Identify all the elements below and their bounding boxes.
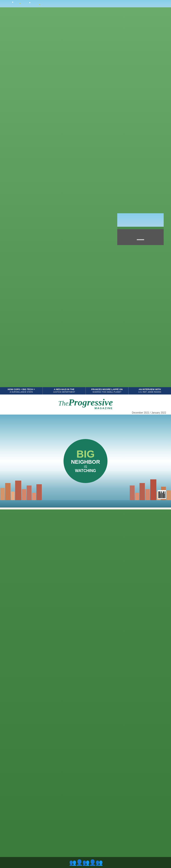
article-guatemala-image-col: 👥👤👥👤👥 — [117, 172, 164, 203]
neighbor-text: NEIGHBOR — [71, 459, 100, 465]
watching-text: WATCHING — [75, 469, 96, 473]
magazine-cover: HOW COPS + BIG TECH = A SURVEILLANCE STA… — [0, 387, 171, 509]
cover-banner-2: A NEO-NAZI IN THE JUSTICE DEPARTMENT — [43, 387, 86, 395]
cover-banner-4: AN INTERVIEW WITH U.S. REP. JAIME RASKIN — [129, 387, 171, 395]
cover-logo: The Progressive MAGAZINE — [5, 397, 166, 410]
is-text: IS — [84, 465, 87, 469]
email-container: The Progressive MAGAZINE A voice for pea… — [0, 0, 171, 550]
big-text: BIG — [76, 449, 95, 459]
climate-image: CLIMATE ACTION — [117, 213, 164, 245]
magazine-cover-section: HOW COPS + BIG TECH = A SURVEILLANCE STA… — [0, 387, 171, 510]
cover-logo-area: The Progressive MAGAZINE — [0, 395, 171, 411]
cover-banner-1: HOW COPS + BIG TECH = A SURVEILLANCE STA… — [0, 387, 43, 395]
guatemala-image: 👥👤👥👤👥 — [117, 172, 164, 203]
barcode — [158, 490, 166, 499]
cover-date: December 2021 / January 2022 — [0, 411, 171, 414]
waterfront — [0, 500, 171, 507]
cover-logo-the: The — [58, 399, 68, 407]
article-climate-image-col: CLIMATE ACTION — [117, 213, 164, 245]
cover-banner-3: FRANCES MOORE LAPPÉ ON SHARING THIS SMAL… — [86, 387, 129, 395]
big-neighbor-circle: BIG NEIGHBOR IS WATCHING — [64, 439, 107, 483]
cover-logo-progressive: Progressive — [68, 397, 113, 407]
cover-illustration: BIG NEIGHBOR IS WATCHING — [0, 414, 171, 507]
article-guatemala: The Other Americans: Mining Companies an… — [0, 166, 171, 208]
cover-top-banners: HOW COPS + BIG TECH = A SURVEILLANCE STA… — [0, 387, 171, 395]
